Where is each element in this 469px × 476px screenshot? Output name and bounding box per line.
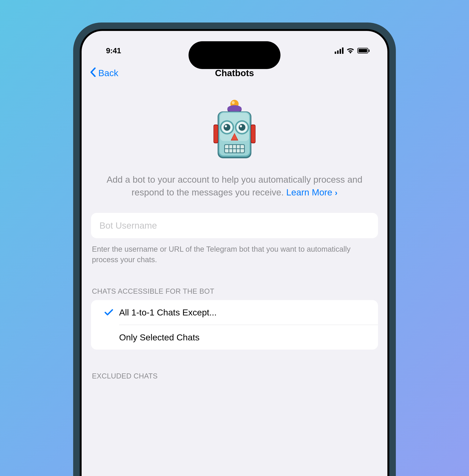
learn-more-link[interactable]: Learn More › — [286, 187, 337, 197]
phone-frame: 9:41 — [73, 22, 396, 476]
svg-rect-9 — [214, 125, 218, 143]
cellular-signal-icon — [335, 48, 343, 54]
bot-username-input[interactable] — [100, 220, 369, 231]
chevron-right-icon: › — [335, 188, 337, 197]
svg-point-16 — [224, 124, 230, 131]
chevron-left-icon — [90, 67, 96, 79]
bot-username-helper: Enter the username or URL of the Telegra… — [82, 238, 387, 265]
svg-point-18 — [225, 125, 227, 127]
excluded-section-header: EXCLUDED CHATS — [82, 350, 387, 385]
bot-username-card — [91, 213, 378, 238]
option-label: Only Selected Chats — [119, 325, 378, 350]
svg-point-1 — [232, 101, 235, 104]
status-time: 9:41 — [106, 46, 121, 55]
status-icons — [335, 48, 369, 54]
robot-illustration — [82, 92, 387, 173]
access-section-header: CHATS ACCESSIBLE FOR THE BOT — [82, 265, 387, 300]
bot-username-section — [82, 213, 387, 238]
access-option-all-except[interactable]: All 1-to-1 Chats Except... — [91, 300, 378, 325]
back-button[interactable]: Back — [90, 67, 118, 79]
svg-point-17 — [239, 124, 245, 131]
description-text: Add a bot to your account to help you au… — [82, 173, 387, 213]
dynamic-island — [188, 41, 281, 69]
phone-inner-bezel: 9:41 — [80, 29, 389, 476]
checkmark-icon — [99, 309, 119, 316]
svg-point-3 — [227, 105, 242, 112]
svg-point-19 — [240, 125, 242, 127]
wifi-icon — [347, 48, 354, 54]
back-label: Back — [98, 68, 118, 78]
screen: 9:41 — [82, 31, 387, 476]
battery-icon — [357, 48, 369, 53]
content: Add a bot to your account to help you au… — [82, 84, 387, 385]
svg-rect-11 — [251, 125, 255, 143]
page-title: Chatbots — [215, 68, 254, 78]
access-options-list: All 1-to-1 Chats Except... Only Selected… — [91, 300, 378, 350]
access-option-only-selected[interactable]: Only Selected Chats — [91, 325, 378, 350]
option-label: All 1-to-1 Chats Except... — [119, 300, 378, 325]
